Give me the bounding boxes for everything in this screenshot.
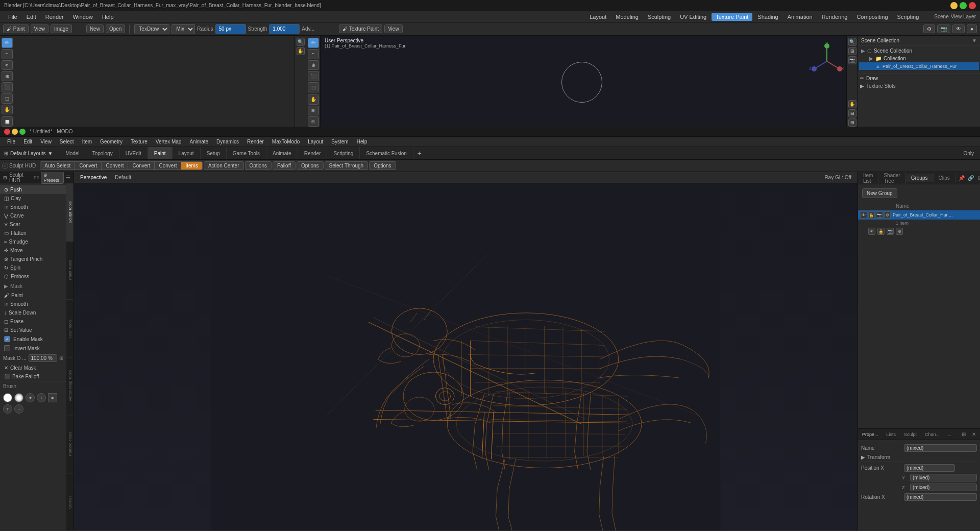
blender-maximize-btn[interactable] — [960, 2, 967, 9]
rotation-x-value[interactable]: (mixed) — [904, 493, 977, 501]
tool-clay[interactable]: ◫ Clay — [0, 194, 66, 203]
ray-gl-label[interactable]: Ray GL: Off — [822, 174, 853, 181]
paint-mode-btn[interactable]: 🖌 Paint — [3, 25, 29, 33]
tool-mask-smooth[interactable]: ≋ Smooth — [0, 300, 66, 308]
tab-animate[interactable]: Animate — [266, 147, 298, 159]
select-through-btn[interactable]: Select Through — [325, 161, 369, 170]
brush-preset-circle[interactable] — [3, 393, 12, 402]
collection-expand2[interactable]: ▶ — [869, 56, 873, 61]
modo-menu-vertex-map[interactable]: Vertex Map — [152, 138, 186, 146]
brush-preset-square[interactable]: ■ — [48, 393, 57, 402]
properties-tab[interactable]: Prope... — [858, 430, 883, 439]
mask-opacity-expand-btn[interactable]: ⊞ — [59, 355, 63, 361]
smear-tool-btn[interactable]: ≈ — [2, 60, 13, 70]
link-icon[interactable]: 🔗 — [967, 174, 975, 182]
pan-btn[interactable]: ✋ — [297, 47, 305, 55]
smooth-3d-btn[interactable]: ~ — [308, 49, 319, 59]
tab-schematic[interactable]: Schematic Fusion — [360, 147, 413, 159]
workspace-compositing[interactable]: Compositing — [852, 13, 892, 21]
tab-topology[interactable]: Topology — [86, 147, 119, 159]
modo-menu-edit[interactable]: Edit — [19, 138, 36, 146]
clone-tool-btn[interactable]: ⊕ — [2, 71, 13, 81]
render-icon[interactable]: 📷 — [876, 211, 883, 219]
brush-preset-cross[interactable]: + — [37, 393, 46, 402]
collection-item-fur[interactable]: ▲ Pair_of_Breast_Collar_Harness_Fur — [859, 62, 979, 70]
tool-spin[interactable]: ↻ Spin — [0, 263, 66, 272]
active-tool-btn[interactable]: ✏ — [308, 38, 319, 48]
zoom-btn[interactable]: 🔍 — [297, 38, 305, 46]
move-right-btn[interactable]: ✋ — [848, 100, 856, 108]
pan-right-btn[interactable]: ⊞ — [848, 47, 856, 55]
tab-uvedit[interactable]: UVEdit — [119, 147, 148, 159]
open-btn[interactable]: Open — [106, 25, 125, 33]
brush-preset-arrow[interactable]: → — [14, 404, 23, 414]
cam-right-btn[interactable]: 📷 — [848, 56, 856, 64]
workspace-shading[interactable]: Shading — [753, 13, 782, 21]
scene-icon-btn[interactable]: ⚙ — [923, 25, 935, 33]
expand-bottom-btn[interactable]: ⊞ — [960, 430, 968, 439]
tab-model[interactable]: Model — [59, 147, 86, 159]
grab-tool-btn[interactable]: ✋ — [2, 105, 13, 115]
zoom-3d-btn[interactable]: ⊟ — [308, 116, 319, 127]
modo-menu-view[interactable]: View — [36, 138, 56, 146]
tab-shader-tree[interactable]: Shader Tree — [878, 172, 905, 185]
tab-scripting[interactable]: Scripting — [327, 147, 360, 159]
mask-3d-btn[interactable]: ◻ — [308, 82, 319, 92]
mask-section-header[interactable]: ▶ Mask — [0, 281, 66, 291]
clear-mask-btn[interactable]: ✕ Clear Mask — [0, 364, 66, 372]
nav-3d-btn[interactable]: ⊞ — [308, 106, 319, 116]
tool-smooth[interactable]: ≋ Smooth — [0, 203, 66, 211]
modo-menu-help[interactable]: Help — [353, 138, 372, 146]
lock-icon[interactable]: 🔒 — [868, 211, 875, 219]
viewport-canvas[interactable] — [74, 183, 857, 530]
workspace-layout[interactable]: Layout — [585, 13, 610, 21]
modo-menu-layout[interactable]: Layout — [304, 138, 327, 146]
tab-setup[interactable]: Setup — [201, 147, 227, 159]
shading-dot-btn[interactable]: ● — [967, 25, 977, 33]
blender-menu-render[interactable]: Render — [41, 13, 68, 21]
menu-icon[interactable]: ☰ — [66, 175, 70, 180]
fill-tool-btn[interactable]: ⬛ — [2, 82, 13, 92]
auto-select-btn[interactable]: Auto Select — [40, 162, 75, 170]
tool-scale-down[interactable]: ↓ Scale Down — [0, 308, 66, 317]
workspace-rendering[interactable]: Rendering — [818, 13, 852, 21]
clone-3d-btn[interactable]: ⊕ — [308, 60, 319, 70]
side-tab-paint[interactable]: Paint Tools — [66, 241, 74, 299]
settings-icon[interactable]: ⚙ — [884, 211, 891, 219]
workspace-modeling[interactable]: Modeling — [611, 13, 643, 21]
sub-vis-icon[interactable]: 👁 — [868, 228, 875, 235]
tool-set-value[interactable]: ⊟ Set Value — [0, 326, 66, 334]
reset-right-btn[interactable]: ⊞ — [848, 118, 856, 127]
vis-icon[interactable]: 👁 — [860, 211, 867, 219]
workspace-sculpting[interactable]: Sculpting — [644, 13, 675, 21]
nav-gizmo[interactable]: Y X Z — [806, 41, 847, 82]
tool-smudge[interactable]: ≈ Smudge — [0, 237, 66, 246]
modo-menu-dynamics[interactable]: Dynamics — [212, 138, 243, 146]
tool-erase[interactable]: ◻ Erase — [0, 317, 66, 326]
name-prop-value[interactable]: (mixed) — [904, 444, 977, 452]
tool-move[interactable]: ✛ Move — [0, 246, 66, 255]
expand-panel-btn[interactable]: ⊞ — [976, 174, 980, 182]
workspace-scripting[interactable]: Scripting — [893, 13, 923, 21]
tab-layout[interactable]: Layout — [173, 147, 201, 159]
sculpt-tab[interactable]: Sculpt — [900, 430, 921, 439]
tab-groups[interactable]: Groups — [906, 174, 934, 182]
tool-flatten[interactable]: ▭ Flatten — [0, 229, 66, 237]
modo-min-btn[interactable] — [12, 129, 18, 135]
tool-scar[interactable]: ⋎ Scar — [0, 220, 66, 229]
blender-menu-file[interactable]: File — [4, 13, 21, 21]
default-layouts-dropdown[interactable]: ⊞ Default Layouts ▼ — [0, 149, 57, 158]
tab-paint[interactable]: Paint — [148, 147, 173, 159]
convert-btn-3[interactable]: Convert — [128, 162, 154, 170]
tab-game-tools[interactable]: Game Tools — [227, 147, 266, 159]
radius-value[interactable]: 50 px — [215, 24, 246, 34]
modo-menu-render[interactable]: Render — [243, 138, 268, 146]
perspective-label[interactable]: Perspective — [78, 174, 109, 181]
side-tab-hair[interactable]: Hair Tools — [66, 299, 74, 357]
convert-btn-4[interactable]: Convert — [154, 162, 181, 170]
action-center-btn[interactable]: Action Center — [204, 161, 244, 170]
new-btn[interactable]: New — [86, 25, 104, 33]
new-group-btn[interactable]: New Group — [862, 188, 897, 198]
side-tab-vertex[interactable]: Vertex Map Tools — [66, 357, 74, 415]
main-3d-viewport[interactable]: Perspective Default Ray GL: Off — [74, 172, 857, 530]
